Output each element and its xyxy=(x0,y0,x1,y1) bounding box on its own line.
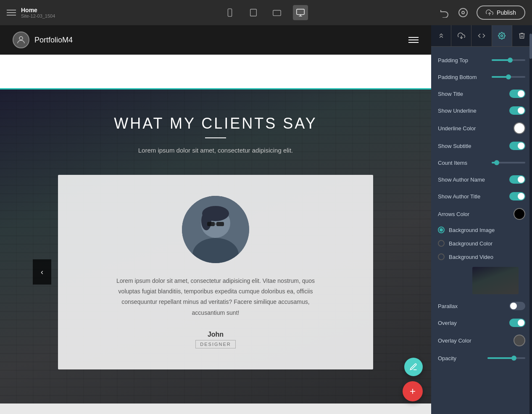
add-fab-button[interactable]: + xyxy=(403,381,423,401)
padding-top-slider[interactable] xyxy=(492,59,525,61)
preview-icon[interactable] xyxy=(458,8,468,18)
nav-hamburger-icon[interactable] xyxy=(408,37,419,43)
show-title-toggle[interactable] xyxy=(509,90,525,98)
right-panel: Padding Top Padding Bottom xyxy=(431,25,532,414)
top-bar: Home Site-12-03_1504 xyxy=(0,0,532,25)
background-image-row: Background Image xyxy=(431,223,532,237)
background-color-row: Background Color xyxy=(431,237,532,250)
svg-point-12 xyxy=(19,37,23,40)
svg-rect-0 xyxy=(228,9,232,16)
canvas-area: PortfolioM4 WHAT MY CLIENTS SAY Lorem ip… xyxy=(0,25,431,414)
svg-rect-20 xyxy=(216,222,224,226)
svg-point-10 xyxy=(462,11,464,14)
svg-rect-4 xyxy=(273,11,281,16)
opacity-slider[interactable] xyxy=(487,357,525,359)
show-author-title-row: Show Author Title xyxy=(431,188,532,205)
svg-point-18 xyxy=(201,212,211,230)
show-subtitle-row: Show Subtitle xyxy=(431,137,532,154)
svg-rect-2 xyxy=(250,9,257,16)
top-bar-left: Home Site-12-03_1504 xyxy=(7,7,91,18)
background-video-row: Background Video xyxy=(431,250,532,264)
overlay-toggle[interactable] xyxy=(509,319,525,327)
arrows-color-row: Arrows Color xyxy=(431,205,532,223)
carousel-left-arrow[interactable]: ‹ xyxy=(33,259,51,285)
padding-bottom-row: Padding Bottom xyxy=(431,69,532,85)
settings-button[interactable] xyxy=(492,25,512,46)
author-avatar xyxy=(182,196,249,263)
opacity-row: Opacity xyxy=(431,350,532,367)
background-color-radio[interactable] xyxy=(438,240,445,247)
svg-rect-19 xyxy=(207,222,215,226)
svg-rect-6 xyxy=(297,9,304,15)
site-info: Home Site-12-03_1504 xyxy=(21,7,55,18)
site-brand: PortfolioM4 xyxy=(13,32,73,48)
plus-icon: + xyxy=(410,385,416,397)
publish-button[interactable]: Publish xyxy=(477,5,525,20)
show-author-title-toggle[interactable] xyxy=(509,192,525,200)
parallax-row: Parallax xyxy=(431,298,532,314)
section-title: WHAT MY CLIENTS SAY xyxy=(8,115,423,132)
undo-icon[interactable] xyxy=(440,8,450,18)
background-video-radio[interactable] xyxy=(438,253,445,260)
background-thumbnail[interactable] xyxy=(472,267,519,294)
bg-thumbnail-area xyxy=(431,264,532,298)
nav-avatar xyxy=(13,32,29,48)
chevron-left-icon: ‹ xyxy=(41,268,43,277)
background-color-label: Background Color xyxy=(449,240,492,247)
delete-button[interactable] xyxy=(512,25,532,46)
show-author-name-toggle[interactable] xyxy=(509,175,525,184)
opacity-label: Opacity xyxy=(438,355,487,361)
tablet-landscape-device-icon[interactable] xyxy=(269,5,284,20)
code-button[interactable] xyxy=(471,25,492,46)
background-image-label: Background Image xyxy=(449,227,495,233)
parallax-toggle[interactable] xyxy=(509,302,525,310)
count-items-slider[interactable] xyxy=(492,162,525,163)
testimonial-wrapper: ‹ xyxy=(58,175,373,369)
show-author-title-label: Show Author Title xyxy=(438,193,509,200)
section-subtitle: Lorem ipsum dolor sit amet, consectetur … xyxy=(8,147,423,154)
background-video-label: Background Video xyxy=(449,254,493,260)
download-button[interactable] xyxy=(451,25,471,46)
show-title-label: Show Title xyxy=(438,91,509,97)
underline-color-swatch[interactable] xyxy=(514,122,525,134)
desktop-device-icon[interactable] xyxy=(293,5,308,20)
count-items-label: Count Items xyxy=(438,160,492,166)
author-avatar-image xyxy=(182,196,249,263)
hero-content: WHAT MY CLIENTS SAY Lorem ipsum dolor si… xyxy=(8,115,423,175)
arrows-color-label: Arrows Color xyxy=(438,211,514,217)
author-title: DESIGNER xyxy=(195,340,235,348)
arrows-color-swatch[interactable] xyxy=(514,208,525,220)
tablet-device-icon[interactable] xyxy=(246,5,261,20)
settings-content: Padding Top Padding Bottom xyxy=(431,47,532,372)
overlay-row: Overlay xyxy=(431,314,532,331)
background-thumbnail-image xyxy=(472,267,519,294)
move-up-button[interactable] xyxy=(431,25,451,46)
show-underline-label: Show Underline xyxy=(438,108,509,114)
panel-toolbar xyxy=(431,25,532,47)
svg-point-9 xyxy=(459,8,467,17)
overlay-label: Overlay xyxy=(438,320,509,326)
background-image-radio[interactable] xyxy=(438,227,445,233)
padding-top-row: Padding Top xyxy=(431,52,532,69)
main-area: PortfolioM4 WHAT MY CLIENTS SAY Lorem ip… xyxy=(0,25,532,414)
show-underline-toggle[interactable] xyxy=(509,106,525,115)
show-author-name-row: Show Author Name xyxy=(431,171,532,188)
padding-bottom-label: Padding Bottom xyxy=(438,74,492,80)
padding-bottom-slider[interactable] xyxy=(492,76,525,78)
hamburger-menu-icon[interactable] xyxy=(7,10,16,16)
scroll-thumb[interactable] xyxy=(529,34,532,59)
scroll-indicator xyxy=(529,25,532,414)
show-subtitle-toggle[interactable] xyxy=(509,142,525,150)
show-underline-row: Show Underline xyxy=(431,102,532,119)
testimonials-section: WHAT MY CLIENTS SAY Lorem ipsum dolor si… xyxy=(0,88,431,403)
edit-fab-button[interactable] xyxy=(404,358,423,376)
overlay-color-row: Overlay Color xyxy=(431,331,532,350)
site-navigation: PortfolioM4 xyxy=(0,25,431,55)
device-switcher xyxy=(91,5,440,20)
top-bar-right: Publish xyxy=(440,5,525,20)
site-subtitle: Site-12-03_1504 xyxy=(21,13,55,18)
overlay-color-swatch[interactable] xyxy=(514,335,525,346)
publish-label: Publish xyxy=(497,9,516,16)
mobile-device-icon[interactable] xyxy=(222,5,237,20)
parallax-label: Parallax xyxy=(438,303,509,309)
